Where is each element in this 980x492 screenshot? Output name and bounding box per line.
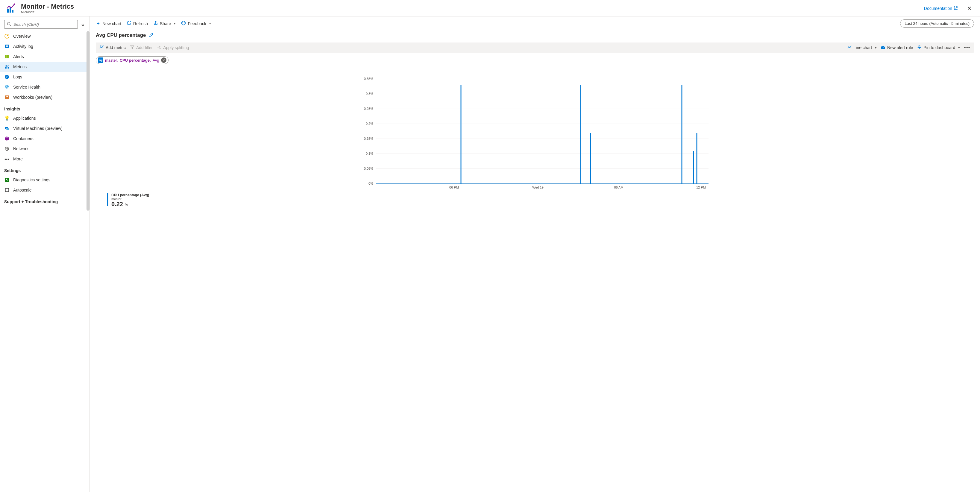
nav-label: Virtual Machines (preview) (13, 126, 62, 131)
nav-metrics[interactable]: Metrics (0, 62, 89, 72)
svg-rect-12 (5, 67, 6, 68)
nav-label: Containers (13, 136, 33, 141)
nav-label: Workbooks (preview) (13, 95, 52, 100)
legend-resource: master (111, 197, 149, 201)
svg-rect-21 (7, 96, 8, 97)
nav-applications[interactable]: 💡 Applications (0, 113, 89, 123)
chip-remove-button[interactable]: ✕ (161, 57, 166, 63)
external-link-icon (954, 6, 958, 11)
nav-more[interactable]: ••• More (0, 154, 89, 164)
pin-dashboard-button[interactable]: Pin to dashboard (917, 45, 960, 50)
new-alert-button[interactable]: New alert rule (881, 45, 913, 50)
share-button[interactable]: Share (153, 21, 176, 27)
apply-splitting-button[interactable]: Apply splitting (157, 45, 189, 50)
nav-alerts[interactable]: ! Alerts (0, 51, 89, 62)
chip-metric: CPU percentage, (120, 58, 151, 63)
svg-text:+: + (100, 45, 102, 47)
nav-logs[interactable]: Logs (0, 72, 89, 82)
chart-svg: 0.35% 0.3% 0.25% 0.2% 0.15% 0.1% 0.05% 0… (96, 75, 974, 189)
refresh-button[interactable]: Refresh (127, 21, 148, 27)
search-input-wrapper[interactable] (4, 20, 78, 29)
nav-label: More (13, 157, 23, 161)
containers-icon (4, 136, 10, 141)
collapse-sidebar-button[interactable]: « (80, 21, 85, 29)
svg-point-4 (8, 22, 10, 25)
new-chart-button[interactable]: ＋ New chart (96, 21, 121, 27)
chart-type-dropdown[interactable]: Line chart (847, 45, 877, 50)
toolbar: ＋ New chart Refresh Share (90, 16, 980, 30)
nav-service-health[interactable]: Service Health (0, 82, 89, 92)
time-range-picker[interactable]: Last 24 hours (Automatic - 5 minutes) (900, 19, 974, 27)
legend-value: 0.22 % (111, 201, 149, 208)
documentation-link[interactable]: Documentation (924, 6, 958, 11)
edit-title-button[interactable] (149, 33, 154, 38)
add-metric-button[interactable]: + Add metric (99, 45, 126, 50)
svg-point-31 (184, 22, 185, 23)
nav-label: Alerts (13, 54, 24, 59)
search-icon (7, 22, 11, 27)
svg-rect-8 (6, 46, 8, 46)
nav-label: Overview (13, 34, 30, 39)
section-settings: Settings (0, 164, 89, 175)
svg-point-32 (103, 46, 103, 46)
svg-rect-18 (6, 78, 7, 78)
nav-containers[interactable]: Containers (0, 133, 89, 144)
nav-label: Logs (13, 75, 22, 79)
svg-rect-0 (7, 9, 9, 13)
section-insights: Insights (0, 102, 89, 113)
svg-text:Wed 19: Wed 19 (532, 186, 544, 189)
svg-rect-13 (6, 66, 8, 68)
sidebar-scrollbar[interactable] (86, 31, 89, 211)
share-icon (153, 21, 158, 27)
page-title: Monitor - Metrics (21, 3, 74, 10)
section-support: Support + Troubleshooting (0, 195, 89, 206)
svg-point-30 (183, 22, 183, 23)
svg-text:06 PM: 06 PM (449, 186, 459, 189)
activity-icon (4, 44, 10, 49)
svg-text:0.1%: 0.1% (366, 152, 373, 156)
svg-rect-16 (6, 76, 8, 76)
metric-chip[interactable]: sql master, CPU percentage, Avg ✕ (96, 56, 169, 64)
legend-series-name: CPU percentage (Avg) (111, 193, 149, 197)
ellipsis-icon: ••• (964, 45, 970, 50)
filter-icon (130, 45, 134, 50)
logs-icon (4, 74, 10, 79)
diagnostics-icon (4, 177, 10, 183)
nav-label: Diagnostics settings (13, 178, 51, 182)
svg-rect-17 (6, 77, 8, 77)
nav-network[interactable]: Network (0, 144, 89, 154)
chip-resource: master, (105, 58, 118, 63)
more-options-button[interactable]: ••• (964, 45, 970, 50)
close-button[interactable]: ✕ (965, 4, 974, 13)
svg-point-3 (14, 3, 15, 5)
header: Monitor - Metrics Microsoft Documentatio… (0, 0, 980, 16)
plus-icon: ＋ (96, 21, 100, 27)
legend-color-bar (107, 193, 108, 206)
alert-icon (881, 45, 885, 50)
nav-autoscale[interactable]: Autoscale (0, 185, 89, 195)
add-filter-button[interactable]: Add filter (130, 45, 153, 50)
svg-rect-20 (6, 96, 6, 97)
nav-virtual-machines[interactable]: Virtual Machines (preview) (0, 123, 89, 133)
pin-icon (917, 45, 922, 50)
svg-text:0%: 0% (369, 182, 373, 185)
add-metric-icon: + (99, 45, 104, 50)
nav-workbooks[interactable]: Workbooks (preview) (0, 92, 89, 102)
svg-text:06 AM: 06 AM (614, 186, 623, 189)
nav-overview[interactable]: Overview (0, 31, 89, 41)
workbooks-icon (4, 95, 10, 100)
nav-diagnostics[interactable]: Diagnostics settings (0, 175, 89, 185)
applications-icon: 💡 (4, 116, 10, 121)
svg-text:0.2%: 0.2% (366, 122, 373, 125)
autoscale-icon (4, 187, 10, 193)
metric-toolbar: + Add metric Add filter A (96, 43, 974, 53)
svg-text:!: ! (6, 55, 8, 58)
nav-activity-log[interactable]: Activity log (0, 41, 89, 51)
chart-title: Avg CPU percentage (96, 32, 146, 38)
feedback-button[interactable]: Feedback (181, 21, 211, 27)
svg-rect-1 (10, 7, 11, 13)
nav-label: Network (13, 146, 29, 151)
split-icon (157, 45, 161, 50)
nav-label: Metrics (13, 64, 27, 69)
search-input[interactable] (13, 22, 75, 27)
